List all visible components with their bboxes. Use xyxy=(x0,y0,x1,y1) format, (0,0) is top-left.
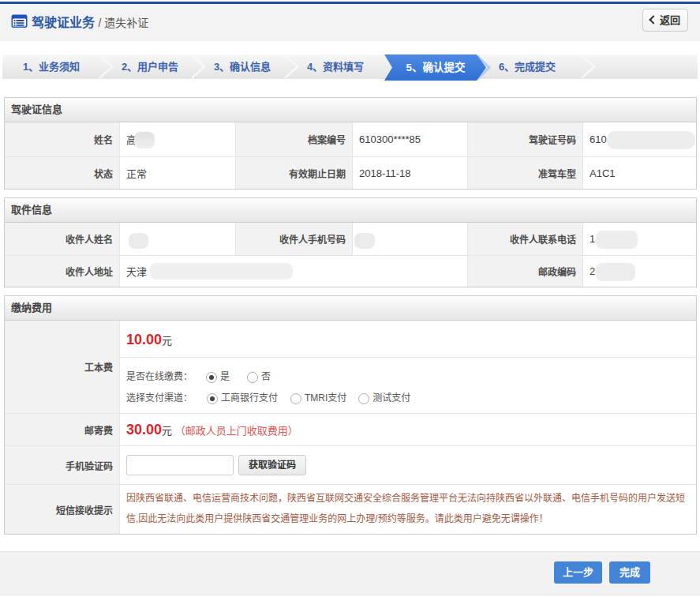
svg-text:4、资料填写: 4、资料填写 xyxy=(307,61,364,73)
svg-text:1、业务须知: 1、业务须知 xyxy=(23,61,80,73)
svg-text:6、完成提交: 6、完成提交 xyxy=(499,61,556,73)
svg-text:2、用户申告: 2、用户申告 xyxy=(122,61,178,73)
svg-text:5、确认提交: 5、确认提交 xyxy=(406,61,466,73)
svg-text:3、确认信息: 3、确认信息 xyxy=(214,61,271,73)
